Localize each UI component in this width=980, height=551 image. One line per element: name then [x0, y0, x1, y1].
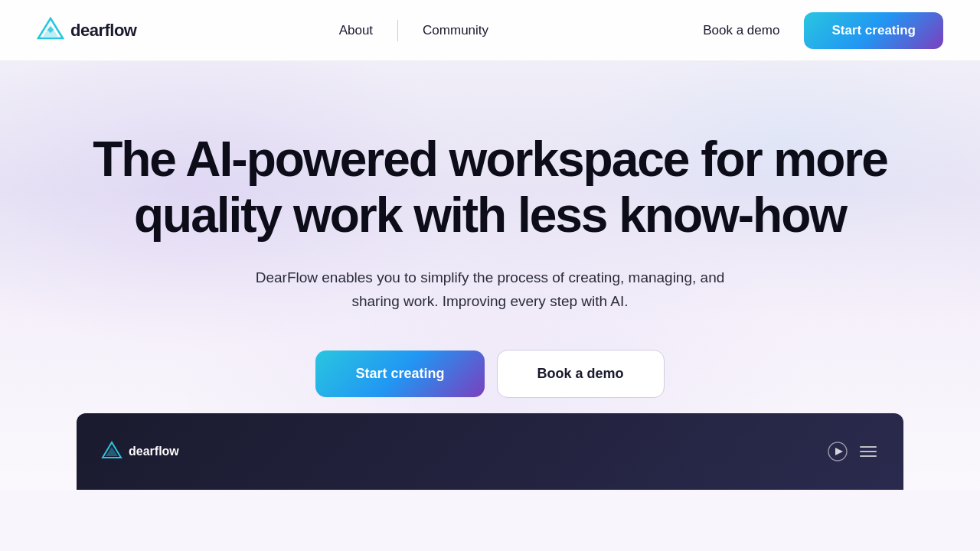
- nav-link-about[interactable]: About: [315, 17, 397, 44]
- logo-link[interactable]: dearflow: [37, 17, 136, 44]
- preview-menu-icon[interactable]: [858, 441, 879, 462]
- nav-links: About Community: [315, 17, 513, 44]
- preview-logo-text: dearflow: [129, 445, 179, 458]
- navbar: dearflow About Community Book a demo Sta…: [0, 0, 980, 61]
- preview-forward-icon[interactable]: [827, 441, 848, 462]
- nav-right: Book a demo Start creating: [691, 12, 943, 49]
- svg-marker-6: [835, 448, 843, 455]
- logo-text: dearflow: [70, 21, 136, 41]
- hero-buttons: Start creating Book a demo: [315, 350, 664, 398]
- nav-start-creating-button[interactable]: Start creating: [804, 12, 943, 49]
- nav-book-demo-link[interactable]: Book a demo: [691, 17, 792, 44]
- preview-logo: dearflow: [101, 441, 179, 462]
- hero-section: The AI-powered workspace for more qualit…: [0, 61, 980, 490]
- dearflow-logo-icon: [37, 17, 64, 44]
- hero-book-demo-button[interactable]: Book a demo: [497, 350, 665, 398]
- nav-link-community[interactable]: Community: [398, 17, 513, 44]
- hero-title: The AI-powered workspace for more qualit…: [84, 132, 896, 244]
- preview-controls: [827, 441, 879, 462]
- preview-strip: dearflow: [77, 413, 903, 490]
- hero-subtitle: DearFlow enables you to simplify the pro…: [230, 266, 750, 314]
- hero-start-creating-button[interactable]: Start creating: [315, 350, 484, 397]
- preview-logo-icon: [101, 441, 122, 462]
